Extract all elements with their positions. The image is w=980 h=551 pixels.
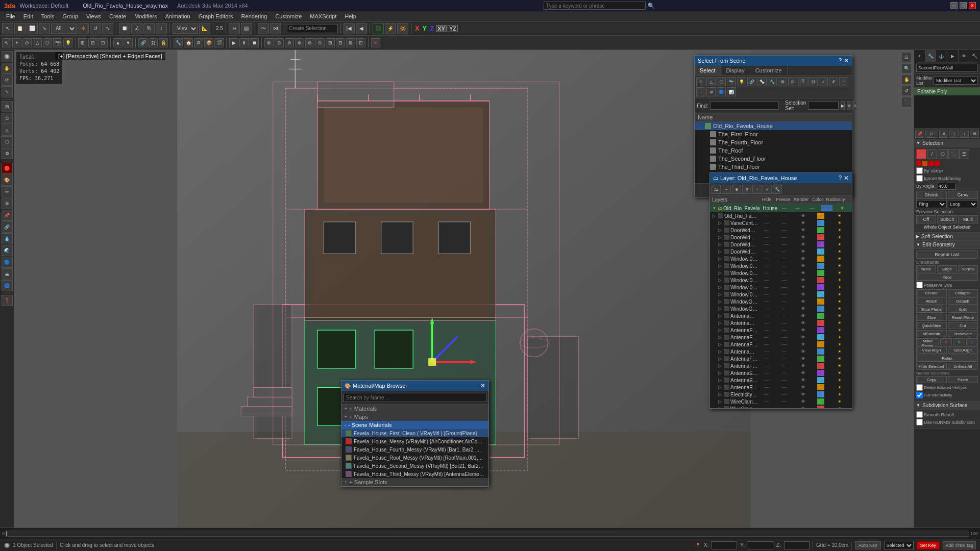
ssd-btn6[interactable]: 🔗 (747, 77, 756, 86)
layer-item-13[interactable]: ▷ ⬛ WindowGroundFloor — — 👁 ☀ (710, 305, 852, 312)
collapse-btn[interactable]: Collapse (948, 289, 978, 296)
ssd-btn7[interactable]: 🦴 (757, 77, 767, 86)
ls-btn4[interactable]: ⤡ (2, 86, 13, 97)
sub-tb-btn11[interactable]: ▲ (113, 38, 122, 47)
ring-dropdown[interactable]: Ring (916, 200, 947, 208)
layer-item-26[interactable]: ▷ ⬛ WireClamp.002 — — 👁 ☀ (710, 398, 852, 405)
mat-item-0[interactable]: Favela_House_First_Clean ( VRayMtl ) [Gr… (341, 429, 488, 437)
menu-create[interactable]: Create (105, 12, 130, 20)
preserve-uvs-checkbox[interactable] (916, 282, 923, 288)
scene-item-4[interactable]: The_Second_Floor (695, 155, 852, 163)
edge-btn-c[interactable]: Edge (937, 265, 957, 272)
cmd-tab-create[interactable]: + (914, 50, 925, 62)
named-selection-input[interactable] (287, 24, 338, 33)
sub-tb-btn20[interactable]: 🎬 (214, 38, 224, 47)
ssd-btn-b[interactable]: ⊕ (847, 101, 851, 110)
sub-tb-btn6[interactable]: 📷 (53, 38, 62, 47)
sub-tb-btn32[interactable]: ⊠ (346, 38, 355, 47)
create-btn[interactable]: Create (916, 289, 947, 296)
stack-down-btn[interactable]: ↓ (960, 130, 969, 138)
sub-tb-btn23[interactable]: ⏹ (250, 38, 259, 47)
layer-list[interactable]: ▼ 🗂 Old_Rio_Favela_House — — — ☀ ▷ ⬛ Old… (710, 204, 852, 408)
maximize-button[interactable]: □ (960, 2, 967, 9)
menu-customize[interactable]: Customize (271, 12, 306, 20)
render-btn[interactable]: ⬛ (373, 23, 384, 34)
mat-item-5[interactable]: Favela_House_Third_Messy (VRayMtl) [Ante… (341, 470, 488, 478)
ls-btn10[interactable]: 🔴 (2, 163, 13, 174)
ls-btn3[interactable]: ⟳ (2, 74, 13, 86)
menu-graph-editors[interactable]: Graph Editors (194, 12, 237, 20)
layer-item-23[interactable]: ▷ ⬛ AntennaElement5 — — 👁 ☀ (710, 377, 852, 384)
mat-sample-slots-section[interactable]: + + Sample Slots (341, 478, 488, 486)
select-object-btn[interactable]: ↖ (2, 23, 13, 34)
menu-help[interactable]: Help (340, 12, 360, 20)
use-nurms-checkbox[interactable] (916, 419, 923, 425)
timeline-slider[interactable] (6, 531, 969, 537)
mat-search-input[interactable] (344, 393, 486, 402)
grow-btn[interactable]: Grow (948, 191, 978, 199)
layer-item-20[interactable]: ▷ ⬛ AntennaFirstFooting — — 👁 ☀ (710, 355, 852, 362)
sub-tb-btn33[interactable]: ⊡ (356, 38, 365, 47)
none-btn[interactable]: None (916, 265, 936, 272)
layer-item-3[interactable]: ▷ ⬛ DoorWideLeft.002 — — 👁 ☀ (710, 234, 852, 241)
cmd-tab-display[interactable]: 👁 (959, 50, 970, 62)
ssd-btn-c[interactable]: ≡ (853, 101, 857, 110)
quickslice-btn[interactable]: QuickSlice (916, 322, 947, 329)
sub-tb-btn25[interactable]: ⊖ (275, 38, 284, 47)
ssd-btn14[interactable]: ✗ (829, 77, 838, 86)
select-region-btn[interactable]: ⬜ (27, 23, 38, 34)
layer-item-21[interactable]: ▷ ⬛ AntennaFirstBase — — 👁 ☀ (710, 362, 852, 369)
menu-maxscript[interactable]: MAXScript (306, 12, 340, 20)
subobj-edge-btn[interactable]: / (927, 149, 937, 159)
layer-item-2[interactable]: ▷ ⬛ DoorWideRight.002 — — 👁 ☀ (710, 227, 852, 234)
layer-tb7[interactable]: 🔧 (773, 185, 782, 194)
stack-config-btn[interactable]: ⚙ (970, 130, 979, 138)
slice-plane-btn[interactable]: Slice Plane (916, 306, 947, 313)
off-btn[interactable]: Off (916, 215, 936, 223)
rotate-btn[interactable]: ↺ (90, 23, 101, 34)
cmd-tab-utilities[interactable]: 🔨 (969, 50, 980, 62)
layer-close-btn[interactable]: ✕ (844, 174, 849, 182)
sub-tb-btn5[interactable]: ⬡ (43, 38, 52, 47)
layer-item-27[interactable]: ▷ ⬛ WireClamp.001 — — 👁 ☀ (710, 405, 852, 408)
sub-tb-btn3[interactable]: ⊙ (22, 38, 32, 47)
msmooth-btn[interactable]: MSmooth (916, 330, 947, 337)
viewport[interactable]: Total Polys: 64 668 Verts: 64 402 FPS: 3… (14, 50, 914, 528)
layer-item-1[interactable]: ▷ ⬛ VaneCenter.002 — — 👁 ☀ (710, 219, 852, 227)
split-btn[interactable]: Split (948, 306, 978, 313)
layer-tb1[interactable]: 🗂 (712, 185, 721, 194)
selection-rollout-header[interactable]: ▼ Selection (914, 139, 980, 147)
soft-sel-header[interactable]: ▶ Soft Selection (914, 233, 980, 240)
layer-tb6[interactable]: ✓ (763, 185, 772, 194)
sub-tb-btn13[interactable]: 🔗 (138, 38, 148, 47)
planar-x-btn[interactable]: X (940, 338, 952, 345)
scale-btn[interactable]: ⤡ (102, 23, 113, 34)
select-scene-close[interactable]: ✕ (844, 57, 849, 64)
ssd-btn19[interactable]: 📊 (727, 87, 736, 96)
ls-btn15[interactable]: 🔗 (2, 221, 13, 233)
prev-frame-btn[interactable]: ◀ (356, 23, 367, 34)
ls-btn13[interactable]: ⊗ (2, 198, 13, 209)
show-end-result-btn[interactable]: ⊙ (925, 130, 938, 138)
y-coord-input[interactable] (748, 541, 773, 549)
detach-btn[interactable]: Detach (948, 297, 978, 305)
ls-btn17[interactable]: 🌊 (2, 245, 13, 256)
subobj-border-btn[interactable]: ⬡ (938, 149, 948, 159)
stack-remove-btn[interactable]: ✕ (939, 130, 948, 138)
layer-item-16[interactable]: ▷ ⬛ AntennaFirstWire — — 👁 ☀ (710, 327, 852, 334)
cmd-tab-motion[interactable]: ▶ (947, 50, 959, 62)
mat-materials-section[interactable]: + + Materials (341, 405, 488, 413)
active-shade-btn[interactable]: 🔆 (397, 23, 408, 34)
select-by-name-btn[interactable]: 📋 (14, 23, 26, 34)
sub-tb-btn7[interactable]: 💡 (63, 38, 72, 47)
planar-z-btn[interactable]: Z (966, 338, 978, 345)
modifier-editable-poly[interactable]: Editable Poly (914, 88, 980, 95)
ignore-backfacing-checkbox[interactable] (916, 175, 923, 182)
relax-btn[interactable]: Relax (916, 355, 978, 362)
tab-customize[interactable]: Customize (750, 66, 788, 75)
mat-item-1[interactable]: Favela_House_Messy (VRayMtl) [AirConditi… (341, 437, 488, 445)
ls-btn2[interactable]: ✋ (2, 63, 13, 74)
ssd-btn16[interactable]: ↓ (696, 87, 705, 96)
shrink-btn[interactable]: Shrink (916, 191, 947, 199)
sub-tb-btn28[interactable]: ⊜ (305, 38, 314, 47)
